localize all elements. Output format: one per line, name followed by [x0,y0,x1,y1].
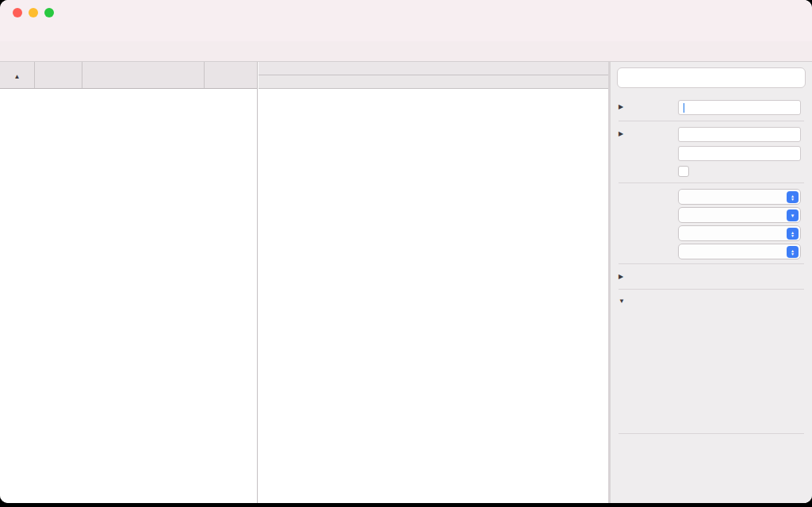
sort-indicator-icon: ▲ [14,73,21,80]
work-input[interactable] [678,127,801,142]
divider [619,263,804,264]
popup-stepper-icon: ▲▼ [787,191,799,203]
popup-stepper-icon: ▲▼ [787,228,799,240]
gantt-day-header [259,75,608,89]
divider [619,182,804,183]
divider [619,121,804,121]
close-window-button[interactable] [13,8,22,17]
inspector-tab-bar [617,67,806,88]
outline-rows [0,89,257,503]
text-caret [684,103,684,113]
column-header-title[interactable] [82,62,205,88]
divider [619,433,804,434]
merlin-project-window: ▲ ▶ ▶ [0,0,812,503]
title-input[interactable] [678,100,801,115]
end-popup[interactable]: ▲▼ [678,225,801,241]
view-header [0,41,812,62]
titlebar [0,0,812,22]
minimize-window-button[interactable] [29,8,38,17]
column-header-number[interactable]: ▲ [0,62,35,88]
screen: ▲ ▶ ▶ [0,0,812,507]
inspector-content: ▶ ▶ [611,94,812,503]
expected-disclosure-icon[interactable]: ▼ [619,298,625,305]
alignment-popup[interactable]: ▲▼ [678,244,801,259]
combo-arrow-icon: ▼ [787,209,799,221]
advanced-disclosure-icon[interactable]: ▶ [619,273,623,280]
gantt-week-header [259,62,608,75]
milestone-checkbox[interactable] [678,166,689,177]
gantt-body [259,89,608,503]
column-header-given-work[interactable] [205,62,257,88]
disclosure-triangle-icon[interactable]: ▶ [619,130,623,137]
zoom-window-button[interactable] [44,8,54,17]
start-popup[interactable]: ▲▼ [678,189,801,205]
disclosure-triangle-icon[interactable]: ▶ [619,103,623,110]
popup-stepper-icon: ▲▼ [787,246,799,258]
start-date-combo[interactable]: ▼ [678,207,801,223]
divider [619,289,804,290]
work-breakdown-outline: ▲ [0,62,258,503]
gantt-chart [259,62,608,503]
inspector-panel: ▶ ▶ [611,62,812,503]
main-toolbar [0,22,812,41]
outline-header-row: ▲ [0,62,257,89]
column-header-traits[interactable] [35,62,82,88]
duration-input[interactable] [678,146,801,161]
